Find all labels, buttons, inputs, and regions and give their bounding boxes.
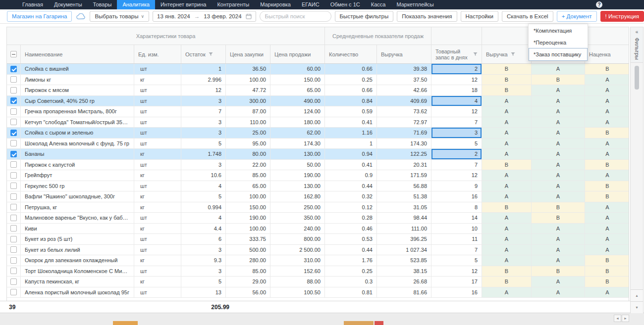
- quick-filters-button[interactable]: Быстрые фильтры: [335, 11, 394, 22]
- nav-item-egais[interactable]: ЕГАИС: [296, 0, 325, 9]
- nav-item-analytics[interactable]: Аналитика: [117, 0, 155, 9]
- row-checkbox[interactable]: [10, 289, 17, 295]
- help-icon[interactable]: ?: [596, 1, 602, 8]
- scroll-left-button[interactable]: ◄: [614, 315, 621, 322]
- row-checkbox-cell[interactable]: [7, 139, 21, 149]
- row-checkbox[interactable]: [10, 76, 17, 83]
- menu-item-pereotsenka[interactable]: *Переоценка: [529, 37, 587, 48]
- row-checkbox-cell[interactable]: [7, 128, 21, 138]
- row-checkbox-cell[interactable]: [7, 266, 21, 277]
- horizontal-scrollbar[interactable]: ◄ ►: [0, 313, 644, 325]
- row-checkbox-cell[interactable]: [7, 255, 21, 266]
- row-checkbox[interactable]: [10, 130, 17, 136]
- table-row[interactable]: Пирожок с капустойшт322.0050.000.4120.31…: [7, 160, 629, 171]
- scroll-down-button[interactable]: ▼: [631, 301, 643, 313]
- nav-item-marketplaces[interactable]: Маркетплейсы: [391, 0, 439, 9]
- table-row[interactable]: Слойка с вишнейшт136.5060.000.6639.382BA…: [7, 64, 629, 75]
- row-checkbox-cell[interactable]: [7, 117, 21, 128]
- row-checkbox-cell[interactable]: [7, 106, 21, 117]
- row-checkbox[interactable]: [10, 151, 17, 157]
- col-header-abc-revenue[interactable]: Выручка: [482, 45, 532, 63]
- table-row[interactable]: Аленка пористый молочный шоколад 95гшт13…: [7, 287, 629, 298]
- select-products-button[interactable]: Выбрать товары ∨: [90, 11, 149, 22]
- menu-item-komplektatsiya[interactable]: *Комплектация: [529, 25, 587, 37]
- table-row[interactable]: Малиновое варенье "Вкусно, как у бабули"…: [7, 213, 629, 224]
- nav-item-documents[interactable]: Документы: [49, 0, 88, 9]
- row-checkbox[interactable]: [10, 257, 17, 264]
- header-checkbox-cell[interactable]: [7, 45, 21, 63]
- table-row[interactable]: Окорок для запекания охлажденныйкг9.3280…: [7, 255, 629, 266]
- filter-icon[interactable]: [209, 52, 213, 56]
- filter-icon[interactable]: [473, 52, 478, 56]
- table-row[interactable]: Капуста пекинская, кгкг529.0088.000.326.…: [7, 277, 629, 287]
- col-header-margin[interactable]: Наценка: [585, 45, 630, 63]
- row-checkbox[interactable]: [10, 279, 17, 285]
- scroll-up-button[interactable]: ▲: [631, 289, 643, 301]
- row-checkbox[interactable]: [10, 225, 17, 232]
- col-header-sale-price[interactable]: Цена продажи: [270, 45, 325, 63]
- select-all-checkbox[interactable]: [10, 51, 17, 57]
- filters-panel-toggle[interactable]: « Фильтры: [631, 27, 643, 63]
- row-checkbox-cell[interactable]: [7, 96, 21, 106]
- row-checkbox[interactable]: [10, 66, 17, 72]
- table-row[interactable]: Букет из белых лилийшт3500.002 500.000.4…: [7, 245, 629, 256]
- table-row[interactable]: Торт Шоколадница Коломенское С Миндал...…: [7, 266, 629, 277]
- row-checkbox[interactable]: [10, 97, 17, 104]
- table-row[interactable]: Грейпфруткг10.685.00190.000.9171.5912AAA: [7, 170, 629, 181]
- date-from[interactable]: 13 янв. 2024: [157, 13, 190, 19]
- row-checkbox-cell[interactable]: [7, 181, 21, 191]
- col-header-name[interactable]: Наименование: [21, 45, 134, 63]
- date-range-picker[interactable]: 13 янв. 2024 → 13 февр. 2024: [153, 11, 256, 22]
- calendar-icon[interactable]: [246, 13, 252, 19]
- col-header-revenue[interactable]: Выручка: [377, 45, 431, 63]
- table-row[interactable]: Гречка пропаренная Мистраль, 800гшт787.0…: [7, 106, 629, 117]
- table-row[interactable]: Пирожок с мясомшт1247.7265.000.6642.6618…: [7, 85, 629, 96]
- col-header-purchase-price[interactable]: Цена закупки: [226, 45, 270, 63]
- row-checkbox-cell[interactable]: [7, 245, 21, 255]
- col-header-quantity[interactable]: Количество: [325, 45, 377, 63]
- row-checkbox[interactable]: [10, 119, 17, 125]
- document-button[interactable]: + Документ: [557, 11, 597, 22]
- row-checkbox-cell[interactable]: [7, 170, 21, 181]
- row-checkbox[interactable]: [10, 161, 17, 168]
- row-checkbox[interactable]: [10, 183, 17, 189]
- row-checkbox-cell[interactable]: [7, 277, 21, 287]
- row-checkbox[interactable]: [10, 204, 17, 210]
- row-checkbox-cell[interactable]: [7, 224, 21, 234]
- row-checkbox[interactable]: [10, 87, 17, 93]
- row-checkbox-cell[interactable]: [7, 160, 21, 170]
- download-excel-button[interactable]: Скачать в Excel: [502, 11, 553, 22]
- nav-item-marking[interactable]: Маркировка: [255, 0, 296, 9]
- nav-item-cash-register[interactable]: Касса: [366, 0, 391, 9]
- filter-icon[interactable]: [511, 52, 515, 56]
- row-checkbox-cell[interactable]: [7, 85, 21, 95]
- table-row[interactable]: Шоколад Аленка молочный с фунд. 75 гршт5…: [7, 139, 629, 149]
- date-to[interactable]: 13 февр. 2024: [204, 13, 241, 19]
- table-row[interactable]: Слойка с сыром и зеленьюшт325.0062.001.1…: [7, 128, 629, 139]
- cloud-sync-button[interactable]: [75, 11, 86, 22]
- row-checkbox[interactable]: [10, 108, 17, 115]
- show-values-button[interactable]: Показать значения: [397, 11, 457, 22]
- row-checkbox[interactable]: [10, 268, 17, 274]
- table-row[interactable]: Кивикг4.4100.00240.000.46111.0010AAA: [7, 224, 629, 234]
- table-row[interactable]: Геркулес 500 гршт465.00130.000.4456.889A…: [7, 181, 629, 192]
- instruction-button[interactable]: ! Инструкция: [600, 11, 644, 22]
- col-header-unit[interactable]: Ед. изм.: [134, 45, 181, 63]
- row-checkbox-cell[interactable]: [7, 64, 21, 74]
- table-row[interactable]: Вафли "Яшкино" шоколадные, 300гкг5100.00…: [7, 191, 629, 202]
- search-input[interactable]: [260, 11, 331, 22]
- table-row[interactable]: Букет из роз (5 шт)шт6333.75800.000.5339…: [7, 234, 629, 245]
- nav-item-products[interactable]: Товары: [88, 0, 117, 9]
- row-checkbox-cell[interactable]: [7, 234, 21, 244]
- row-checkbox[interactable]: [10, 140, 17, 146]
- row-checkbox-cell[interactable]: [7, 149, 21, 159]
- nav-item-main[interactable]: Главная: [17, 0, 49, 9]
- row-checkbox-cell[interactable]: [7, 75, 21, 85]
- row-checkbox-cell[interactable]: [7, 202, 21, 213]
- nav-item-online-store[interactable]: Интернет витрина: [155, 0, 212, 9]
- row-checkbox[interactable]: [10, 172, 17, 179]
- table-row[interactable]: Кетчуп "слобода" Томатный/острый 350гр .…: [7, 117, 629, 128]
- nav-item-counterparties[interactable]: Контрагенты: [212, 0, 255, 9]
- row-checkbox[interactable]: [10, 193, 17, 200]
- scroll-right-button[interactable]: ►: [622, 315, 629, 322]
